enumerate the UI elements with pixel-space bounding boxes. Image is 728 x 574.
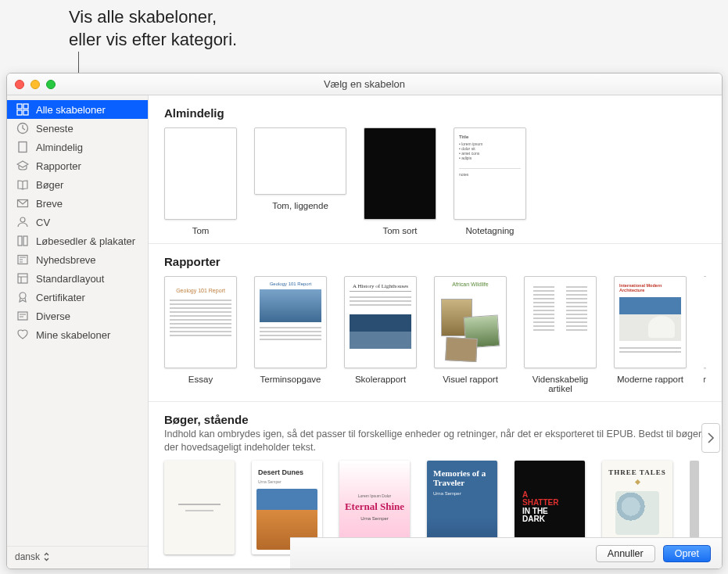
template-tile-book-blank[interactable] — [164, 461, 235, 554]
sidebar-item-label: Standardlayout — [36, 273, 104, 285]
language-label: dansk — [15, 551, 40, 562]
language-picker[interactable]: dansk — [7, 546, 148, 569]
sidebar-item-certificates[interactable]: Certifikater — [7, 288, 148, 307]
template-tile-term-paper[interactable]: Geology 101 Report Terminsopgave — [254, 276, 327, 393]
template-label: Terminsopgave — [260, 375, 321, 384]
window-title: Vælg en skabelon — [7, 78, 722, 90]
sidebar-item-stationery[interactable]: Standardlayout — [7, 269, 148, 288]
template-thumbnail: A History of Lighthouses — [344, 276, 417, 368]
sidebar-item-label: Løbesedler & plakater — [36, 235, 135, 247]
template-tile-school-report[interactable]: A History of Lighthouses Skolerapport — [344, 276, 417, 393]
template-label: Notetagning — [465, 226, 514, 235]
template-thumbnail: Title • lorem ipsum• dolor sit• amet con… — [454, 127, 526, 220]
template-tile-blank-black[interactable]: Tom sort — [364, 127, 436, 235]
footer-bar: Annuller Opret — [290, 537, 722, 569]
template-thumbnail: Geology 101 Report — [164, 276, 237, 368]
svg-rect-0 — [17, 104, 22, 109]
news-icon — [16, 253, 29, 266]
create-button[interactable]: Opret — [663, 545, 711, 562]
sidebar-item-label: Diverse — [36, 310, 70, 322]
svg-rect-3 — [23, 110, 28, 115]
sidebar-item-label: Certifikater — [36, 292, 85, 303]
template-label: Visuel rapport — [443, 375, 498, 384]
sidebar-item-label: Nyhedsbreve — [36, 254, 96, 266]
template-label: Moderne rapport — [617, 375, 683, 384]
template-tile-visual-report[interactable]: African Wildlife Visuel rapport — [434, 276, 507, 393]
svg-rect-5 — [19, 142, 27, 152]
template-tile-modern-report[interactable]: International Modern Architecture Modern… — [614, 276, 687, 393]
sidebar-item-all-templates[interactable]: Alle skabeloner — [7, 100, 148, 119]
callout-text: Vis alle skabeloner, eller vis efter kat… — [69, 6, 237, 51]
section-books-portrait: Bøger, stående Indhold kan ombrydes igen… — [149, 402, 722, 554]
template-thumbnail — [524, 276, 597, 368]
chevron-right-icon — [707, 432, 715, 444]
template-tile-essay[interactable]: Geology 101 Report Essay — [164, 276, 237, 393]
grad-cap-icon — [16, 160, 29, 172]
sidebar-item-cv[interactable]: CV — [7, 213, 148, 231]
sidebar-item-label: Rapporter — [36, 160, 81, 172]
sidebar-item-books[interactable]: Bøger — [7, 175, 148, 194]
template-tile-blank-landscape[interactable]: Tom, liggende — [254, 127, 346, 235]
layout-icon — [16, 272, 29, 285]
ribbon-icon — [16, 291, 29, 303]
section-basic: Almindelig Tom Tom, liggende Tom sort — [149, 95, 722, 244]
template-grid: Almindelig Tom Tom, liggende Tom sort — [149, 95, 722, 569]
sidebar-item-my-templates[interactable]: Mine skabeloner — [7, 325, 148, 344]
svg-rect-13 — [18, 312, 27, 320]
sidebar-item-label: Bøger — [36, 179, 63, 191]
sidebar-item-label: Seneste — [36, 123, 74, 135]
sidebar-item-flyers[interactable]: Løbesedler & plakater — [7, 231, 148, 250]
cancel-button[interactable]: Annuller — [596, 545, 655, 562]
book-icon — [16, 178, 29, 191]
template-thumbnail — [164, 127, 237, 220]
heart-icon — [16, 328, 29, 341]
person-icon — [16, 216, 29, 228]
chevron-updown-icon — [43, 552, 50, 561]
template-thumbnail: African Wildlife — [434, 276, 507, 368]
category-sidebar: Alle skabeloner Seneste Almindelig Rappo… — [7, 95, 149, 569]
template-thumbnail: International Modern Architecture — [614, 276, 687, 368]
template-thumbnail — [364, 127, 436, 220]
template-label: Tom sort — [382, 226, 417, 235]
template-label: Tom, liggende — [272, 201, 328, 210]
page-icon — [16, 141, 29, 153]
misc-icon — [16, 310, 29, 322]
template-label: Videnskabelig artikel — [524, 375, 597, 393]
template-thumbnail — [704, 276, 706, 368]
template-label: Proj — [704, 375, 706, 384]
svg-point-12 — [20, 292, 26, 299]
sidebar-item-recent[interactable]: Seneste — [7, 119, 148, 138]
template-tile-notetaking[interactable]: Title • lorem ipsum• dolor sit• amet con… — [454, 127, 526, 235]
sidebar-item-label: Mine skabeloner — [36, 329, 110, 341]
svg-point-7 — [20, 217, 25, 222]
sidebar-item-newsletters[interactable]: Nyhedsbreve — [7, 250, 148, 269]
section-title: Bøger, stående — [164, 413, 706, 426]
template-chooser-window: Vælg en skabelon Alle skabeloner Seneste… — [6, 73, 723, 569]
template-thumbnail — [164, 461, 235, 554]
template-tile-blank[interactable]: Tom — [164, 127, 237, 235]
grid-icon — [16, 103, 29, 116]
template-label: Essay — [188, 375, 213, 384]
sidebar-item-letters[interactable]: Breve — [7, 194, 148, 213]
template-tile-partial[interactable]: Proj — [704, 276, 706, 393]
svg-rect-2 — [17, 110, 22, 115]
sidebar-item-label: CV — [36, 217, 50, 228]
svg-rect-9 — [23, 236, 27, 246]
section-title: Rapporter — [164, 255, 706, 268]
sidebar-item-basic[interactable]: Almindelig — [7, 138, 148, 156]
titlebar: Vælg en skabelon — [7, 74, 722, 95]
svg-rect-1 — [23, 104, 28, 109]
envelope-icon — [16, 197, 29, 210]
scroll-right-button[interactable] — [701, 423, 720, 453]
sidebar-item-label: Alle skabeloner — [36, 104, 106, 116]
sidebar-item-label: Breve — [36, 198, 63, 210]
svg-rect-8 — [18, 236, 22, 246]
template-thumbnail — [254, 127, 346, 195]
template-thumbnail: Geology 101 Report — [254, 276, 327, 368]
section-subtitle: Indhold kan ombrydes igen, så det passer… — [164, 428, 706, 454]
clock-icon — [16, 122, 29, 135]
sidebar-item-reports[interactable]: Rapporter — [7, 156, 148, 175]
template-tile-research-paper[interactable]: Videnskabelig artikel — [524, 276, 597, 393]
sidebar-item-misc[interactable]: Diverse — [7, 307, 148, 325]
svg-rect-11 — [18, 274, 27, 283]
